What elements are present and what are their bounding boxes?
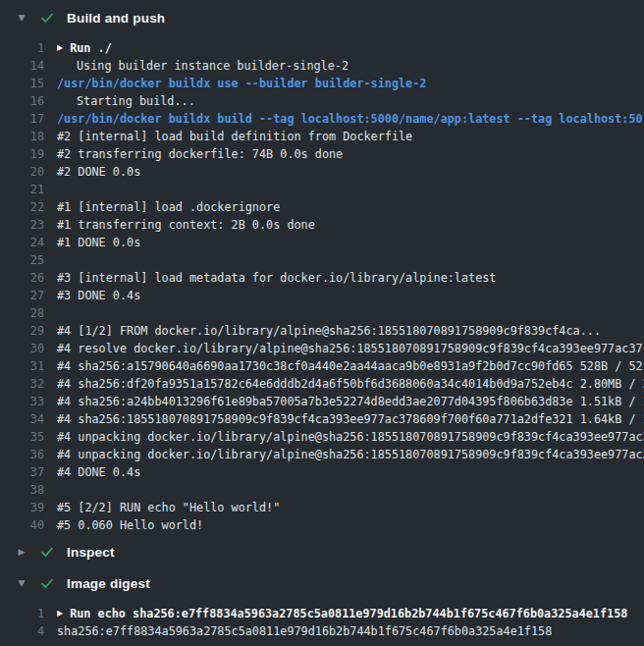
- line-number[interactable]: 30: [0, 342, 44, 355]
- log-line: 18 #2 [internal] load build definition f…: [0, 128, 644, 145]
- line-text-content: #4 unpacking docker.io/library/alpine@sh…: [57, 448, 644, 461]
- line-number[interactable]: 24: [0, 236, 44, 249]
- line-text-content: #4 sha256:a24bb4013296f61e89ba57005a7b3e…: [57, 395, 644, 408]
- line-number[interactable]: 39: [0, 501, 44, 514]
- section-header[interactable]: ▼ Image digest: [0, 569, 644, 597]
- line-number[interactable]: 35: [0, 430, 44, 444]
- line-number[interactable]: 22: [0, 200, 44, 214]
- log-line: 29 #4 [1/2] FROM docker.io/library/alpin…: [0, 322, 644, 340]
- line-text: sha256:e7ff8834a5963a2785c5a0811e979d16b…: [57, 624, 552, 638]
- section-header[interactable]: ▶ Inspect: [0, 538, 644, 565]
- line-number[interactable]: 18: [0, 130, 44, 143]
- log-line: 39 #5 [2/2] RUN echo "Hello world!": [0, 499, 644, 516]
- line-number[interactable]: 38: [0, 483, 44, 497]
- line-text-content: Run ./: [70, 41, 112, 55]
- line-number[interactable]: 19: [0, 147, 44, 161]
- line-text: #5 0.060 Hello world!: [57, 518, 203, 532]
- log-line: 15 /usr/bin/docker buildx use --builder …: [0, 75, 644, 92]
- line-text-content: #2 [internal] load build definition from…: [57, 130, 412, 143]
- line-number[interactable]: 17: [0, 112, 44, 126]
- line-number[interactable]: 28: [0, 306, 44, 320]
- line-number[interactable]: 31: [0, 359, 44, 373]
- line-text: #4 sha256:185518070891758909c9f839cf4ca3…: [57, 412, 644, 426]
- line-text: #2 transferring dockerfile: 74B 0.0s don…: [57, 147, 343, 161]
- line-number[interactable]: 36: [0, 448, 44, 461]
- line-number[interactable]: 26: [0, 271, 44, 285]
- line-text: #4 resolve docker.io/library/alpine@sha2…: [57, 342, 643, 355]
- log-lines: 1 ▶Run echo sha256:e7ff8834a5963a2785c5a…: [0, 605, 644, 640]
- line-number[interactable]: 32: [0, 377, 44, 391]
- log-line: 32 #4 sha256:df20fa9351a15782c64e6dddb2d…: [0, 375, 644, 393]
- line-number[interactable]: 20: [0, 165, 44, 179]
- line-text: #2 DONE 0.0s: [57, 165, 140, 179]
- log-line: 33 #4 sha256:a24bb4013296f61e89ba57005a7…: [0, 393, 644, 410]
- log-line: 14 Using builder instance builder-single…: [0, 57, 644, 75]
- line-text-content: #3 DONE 0.4s: [57, 289, 140, 302]
- line-text-content: #3 [internal] load metadata for docker.i…: [57, 271, 496, 285]
- line-text-content: #1 DONE 0.0s: [57, 236, 140, 249]
- log-line: 34 #4 sha256:185518070891758909c9f839cf4…: [0, 410, 644, 428]
- log-line: 31 #4 sha256:a15790640a6690aa1730c38cf0a…: [0, 357, 644, 375]
- line-text: ▶Run echo sha256:e7ff8834a5963a2785c5a08…: [57, 607, 627, 620]
- pushpin-icon: [57, 59, 71, 73]
- runner-icon: [57, 94, 71, 108]
- line-text-content: #1 [internal] load .dockerignore: [57, 200, 280, 214]
- chevron-toggle-icon[interactable]: ▼: [16, 579, 27, 588]
- line-text: #4 sha256:a15790640a6690aa1730c38cf0a440…: [57, 359, 643, 373]
- line-text-content: #4 [1/2] FROM docker.io/library/alpine@s…: [57, 324, 601, 338]
- section-header[interactable]: ▼ Build and push: [0, 4, 644, 31]
- line-text: #4 DONE 0.4s: [57, 465, 140, 479]
- log-section-inspect: ▶ Inspect: [0, 538, 644, 565]
- log-line: 1 ▶Run echo sha256:e7ff8834a5963a2785c5a…: [0, 605, 644, 622]
- line-text-content: #2 DONE 0.0s: [57, 165, 140, 179]
- line-number[interactable]: 1: [0, 41, 44, 55]
- log-line: 16 Starting build...: [0, 92, 644, 110]
- line-text-content: /usr/bin/docker buildx use --builder bui…: [57, 77, 426, 90]
- log-lines: 1 ▶Run ./ 14 Using builder instance buil…: [0, 39, 644, 534]
- run-expand-icon[interactable]: ▶: [57, 610, 63, 618]
- log-line: 30 #4 resolve docker.io/library/alpine@s…: [0, 340, 644, 357]
- line-text: #5 [2/2] RUN echo "Hello world!": [57, 501, 280, 514]
- run-expand-icon[interactable]: ▶: [57, 44, 63, 52]
- line-text-content: #4 sha256:185518070891758909c9f839cf4ca3…: [57, 412, 644, 426]
- line-text: /usr/bin/docker buildx use --builder bui…: [57, 77, 426, 90]
- line-number[interactable]: 33: [0, 395, 44, 408]
- line-text: #2 [internal] load build definition from…: [57, 130, 412, 143]
- line-text-content: #2 transferring dockerfile: 74B 0.0s don…: [57, 147, 343, 161]
- chevron-toggle-icon[interactable]: ▶: [16, 548, 27, 557]
- log-line: 25: [0, 251, 644, 269]
- line-text-content: Using builder instance builder-single-2: [77, 59, 349, 73]
- line-text: ▶Run ./: [57, 41, 112, 55]
- success-check-icon: [39, 10, 55, 26]
- line-number[interactable]: 27: [0, 289, 44, 302]
- line-number[interactable]: 21: [0, 183, 44, 196]
- line-text: #4 [1/2] FROM docker.io/library/alpine@s…: [57, 324, 601, 338]
- line-number[interactable]: 25: [0, 253, 44, 267]
- line-number[interactable]: 1: [0, 607, 44, 620]
- line-number[interactable]: 40: [0, 518, 44, 532]
- actions-log: ▼ Build and push 1 ▶Run ./ 14 Using buil…: [0, 4, 644, 640]
- line-number[interactable]: 34: [0, 412, 44, 426]
- line-text-content: #1 transferring context: 2B 0.0s done: [57, 218, 315, 232]
- section-title: Image digest: [67, 576, 150, 591]
- line-number[interactable]: 4: [0, 624, 44, 638]
- line-number[interactable]: 16: [0, 94, 44, 108]
- line-number[interactable]: 29: [0, 324, 44, 338]
- success-check-icon: [39, 544, 55, 560]
- log-section-build-and-push: ▼ Build and push 1 ▶Run ./ 14 Using buil…: [0, 4, 644, 534]
- line-text: #1 transferring context: 2B 0.0s done: [57, 218, 315, 232]
- line-number[interactable]: 23: [0, 218, 44, 232]
- log-line: 20 #2 DONE 0.0s: [0, 163, 644, 181]
- log-line: 38: [0, 481, 644, 499]
- line-text: #1 DONE 0.0s: [57, 236, 140, 249]
- line-number[interactable]: 14: [0, 59, 44, 73]
- line-text: #4 unpacking docker.io/library/alpine@sh…: [57, 430, 644, 444]
- line-text-content: /usr/bin/docker buildx build --tag local…: [57, 112, 643, 126]
- line-text: #4 sha256:df20fa9351a15782c64e6dddb2d4a6…: [57, 377, 644, 391]
- line-number[interactable]: 37: [0, 465, 44, 479]
- line-number[interactable]: 15: [0, 77, 44, 90]
- section-title: Build and push: [67, 11, 165, 26]
- line-text: #4 unpacking docker.io/library/alpine@sh…: [57, 448, 644, 461]
- log-line: 37 #4 DONE 0.4s: [0, 463, 644, 481]
- chevron-toggle-icon[interactable]: ▼: [16, 14, 27, 23]
